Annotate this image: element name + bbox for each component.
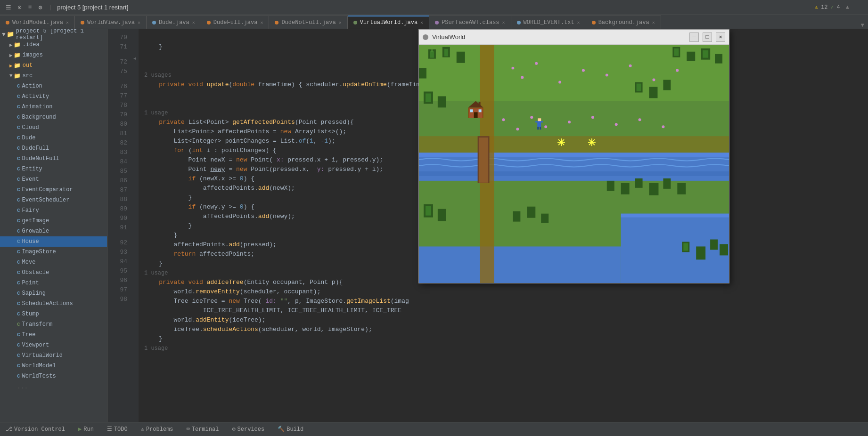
settings-icon[interactable]: ⚙ <box>37 3 44 12</box>
sidebar-item-fairy[interactable]: C Fairy <box>0 205 107 216</box>
svg-rect-1 <box>419 45 729 101</box>
tab-worldmodel[interactable]: WorldModel.java ✕ <box>0 16 75 29</box>
sidebar-project-root[interactable]: ▼ 📁 project 5 [project 1 restart] <box>0 29 107 40</box>
tab-label-worldevent: WORLD_EVENT.txt <box>524 19 574 26</box>
bottom-problems[interactable]: ⚠ Problems <box>139 422 175 436</box>
svg-rect-4 <box>419 153 729 157</box>
code-area: 70 71 72 75 76 77 78 79 80 81 82 83 84 8… <box>107 29 868 422</box>
sidebar-item-obstacle[interactable]: C Obstacle <box>0 267 107 278</box>
sidebar-item-point[interactable]: C Point <box>0 278 107 288</box>
tab-dude[interactable]: Dude.java ✕ <box>147 16 201 29</box>
problems-icon: ⚠ <box>141 426 144 433</box>
sidebar-item-tree[interactable]: C Tree <box>0 330 107 340</box>
sidebar-label-fairy: Fairy <box>22 207 39 214</box>
sidebar-label-tree: Tree <box>22 331 36 338</box>
sidebar-item-dudefull[interactable]: C DudeFull <box>0 143 107 153</box>
sidebar-item-action[interactable]: C Action <box>0 81 107 91</box>
sidebar-item-transform[interactable]: C Transform <box>0 319 107 330</box>
tab-virtualworld[interactable]: VirtualWorld.java ✕ <box>348 16 429 29</box>
svg-point-46 <box>568 121 571 123</box>
vw-maximize-btn[interactable]: □ <box>703 32 712 42</box>
sidebar-item-idea[interactable]: ▶ 📁 .idea <box>0 40 107 50</box>
tab-dudefull[interactable]: DudeFull.java ✕ <box>201 16 270 29</box>
cloud-class-icon: C <box>17 125 20 130</box>
vw-minimize-btn[interactable]: — <box>689 32 699 42</box>
svg-rect-60 <box>663 80 671 90</box>
sidebar-item-eventcomparator[interactable]: C EventComparator <box>0 185 107 195</box>
tab-close-dudefull[interactable]: ✕ <box>260 20 263 25</box>
vw-game-canvas[interactable] <box>419 45 729 283</box>
sidebar-item-getimage[interactable]: C getImage <box>0 216 107 226</box>
sidebar-label-house: House <box>22 238 39 245</box>
bottom-services[interactable]: ⚙ Services <box>230 422 266 436</box>
svg-rect-2 <box>419 101 729 138</box>
bottom-build[interactable]: 🔨 Build <box>276 422 305 436</box>
tab-close-dudenotfull[interactable]: ✕ <box>339 20 342 25</box>
sidebar-item-growable[interactable]: C Growable <box>0 226 107 236</box>
bottom-run[interactable]: ▶ Run <box>76 422 96 436</box>
build-label: Build <box>287 426 303 433</box>
sidebar-item-house[interactable]: C House <box>0 236 107 247</box>
tab-worldevent[interactable]: WORLD_EVENT.txt ✕ <box>511 16 586 29</box>
sidebar-item-event[interactable]: C Event <box>0 174 107 185</box>
tab-close-worldevent[interactable]: ✕ <box>577 20 580 25</box>
warning-count: 12 <box>821 4 827 11</box>
sidebar-item-sapling[interactable]: C Sapling <box>0 288 107 299</box>
tab-close-dude[interactable]: ✕ <box>192 20 195 25</box>
project-icon[interactable]: ⊙ <box>16 3 24 12</box>
bottom-versioncontrol[interactable]: ⎇ Version Control <box>4 422 67 436</box>
tabbar-scroll[interactable]: ▼ <box>857 22 868 29</box>
sidebar-item-entity[interactable]: C Entity <box>0 164 107 174</box>
sidebar-item-virtualworld[interactable]: C VirtualWorld <box>0 350 107 361</box>
tab-close-psurface[interactable]: ✕ <box>502 20 505 25</box>
sidebar-item-dude[interactable]: C Dude <box>0 133 107 143</box>
bottom-todo[interactable]: ☰ TODO <box>105 422 130 436</box>
sidebar-item-dudenotfull[interactable]: C DudeNotFull <box>0 153 107 164</box>
sidebar-item-images[interactable]: ▶ 📁 images <box>0 50 107 60</box>
sidebar-item-worldmodel[interactable]: C WorldModel <box>0 361 107 371</box>
svg-rect-76 <box>683 243 688 250</box>
sidebar-item-move[interactable]: C Move <box>0 257 107 267</box>
sidebar-item-animation[interactable]: C Animation <box>0 102 107 112</box>
bottom-terminal[interactable]: ⌨ Terminal <box>185 422 221 436</box>
menu-icon[interactable]: ☰ <box>4 3 13 12</box>
sidebar-item-activity[interactable]: C Activity <box>0 91 107 102</box>
sidebar-item-scheduleactions[interactable]: C ScheduleActions <box>0 299 107 309</box>
sidebar-item-viewport[interactable]: C Viewport <box>0 340 107 350</box>
svg-rect-18 <box>674 48 679 56</box>
tab-psurface[interactable]: PSurfaceAWT.class ✕ <box>429 16 511 29</box>
sidebar-item-eventscheduler[interactable]: C EventScheduler <box>0 195 107 205</box>
tab-close-worldmodel[interactable]: ✕ <box>66 20 69 25</box>
svg-point-47 <box>591 116 594 119</box>
sidebar-item-src[interactable]: ▼ 📁 src <box>0 71 107 81</box>
sidebar-item-out[interactable]: ▶ 📁 out <box>0 60 107 71</box>
tab-close-background[interactable]: ✕ <box>652 20 655 25</box>
tab-background[interactable]: Background.java ✕ <box>586 16 661 29</box>
svg-rect-79 <box>720 244 728 255</box>
tree-class-icon: C <box>17 332 20 338</box>
virtualworld-popup[interactable]: VirtualWorld — □ ✕ <box>418 29 729 283</box>
sidebar-item-worldtests[interactable]: C WorldTests <box>0 371 107 381</box>
svg-rect-29 <box>474 112 478 118</box>
tab-dudenotfull[interactable]: DudeNotFull.java ✕ <box>269 16 347 29</box>
sidebar-label-background: Background <box>22 114 56 121</box>
sidebar-item-background[interactable]: C Background <box>0 112 107 122</box>
structure-icon[interactable]: ≡ <box>26 3 34 12</box>
run-label: Run <box>83 426 94 433</box>
tab-worldview[interactable]: WorldView.java ✕ <box>75 16 147 29</box>
vw-close-btn[interactable]: ✕ <box>716 32 725 42</box>
versioncontrol-icon: ⎇ <box>6 426 12 433</box>
sidebar-label-out: out <box>23 62 33 69</box>
svg-rect-83 <box>635 178 643 188</box>
tab-close-worldview[interactable]: ✕ <box>138 20 140 25</box>
svg-point-37 <box>582 69 585 72</box>
point-class-icon: C <box>17 280 20 286</box>
eventcomparator-class-icon: C <box>17 187 20 193</box>
sidebar-item-stump[interactable]: C Stump <box>0 309 107 319</box>
sidebar-item-cloud[interactable]: C Cloud <box>0 122 107 133</box>
obstacle-class-icon: C <box>17 270 20 275</box>
svg-rect-25 <box>438 96 446 107</box>
tab-close-virtualworld[interactable]: ✕ <box>420 20 423 25</box>
sidebar-item-imagestore[interactable]: C ImageStore <box>0 247 107 257</box>
sidebar-label-images: images <box>23 52 43 58</box>
